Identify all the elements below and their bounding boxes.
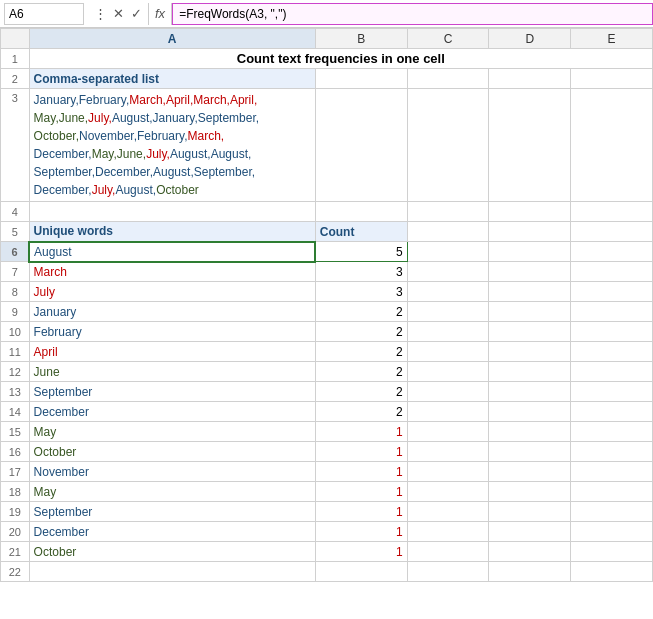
cell-10b: 2 [315, 322, 407, 342]
cell-11e [571, 342, 653, 362]
row-num-20: 20 [1, 522, 30, 542]
cell-20c [407, 522, 489, 542]
cell-18c [407, 482, 489, 502]
table-row: 8 July 3 [1, 282, 653, 302]
cell-11a[interactable]: April [29, 342, 315, 362]
cell-12e [571, 362, 653, 382]
table-row: 10 February 2 [1, 322, 653, 342]
cell-6b[interactable]: 5 [315, 242, 407, 262]
cell-22a [29, 562, 315, 582]
cell-9a[interactable]: January [29, 302, 315, 322]
cell-11c [407, 342, 489, 362]
formula-input[interactable] [172, 3, 653, 25]
table-row: 7 March 3 [1, 262, 653, 282]
cell-8c [407, 282, 489, 302]
row-num-15: 15 [1, 422, 30, 442]
cell-15a[interactable]: May [29, 422, 315, 442]
cell-13a[interactable]: September [29, 382, 315, 402]
col-header-b[interactable]: B [315, 29, 407, 49]
formula-bar: A6 ⋮ ✕ ✓ fx [0, 0, 653, 28]
cell-5c [407, 222, 489, 242]
row-num-22: 22 [1, 562, 30, 582]
cell-17d [489, 462, 571, 482]
row-num-3: 3 [1, 89, 30, 202]
cell-4d [489, 202, 571, 222]
table-row: 13 September 2 [1, 382, 653, 402]
row-num-21: 21 [1, 542, 30, 562]
cell-18b: 1 [315, 482, 407, 502]
cell-22e [571, 562, 653, 582]
col-header-e[interactable]: E [571, 29, 653, 49]
table-row: 22 [1, 562, 653, 582]
table-row: 14 December 2 [1, 402, 653, 422]
count-header: Count [315, 222, 407, 242]
cell-2c [407, 69, 489, 89]
cell-12b: 2 [315, 362, 407, 382]
cancel-icon[interactable]: ✕ [110, 6, 126, 21]
cell-6a[interactable]: August [29, 242, 315, 262]
cell-5e [571, 222, 653, 242]
cell-4c [407, 202, 489, 222]
cell-12a[interactable]: June [29, 362, 315, 382]
row-num-19: 19 [1, 502, 30, 522]
cell-21a[interactable]: October [29, 542, 315, 562]
title-cell: Count text frequencies in one cell [29, 49, 652, 69]
cell-20a[interactable]: December [29, 522, 315, 542]
cell-4e [571, 202, 653, 222]
cell-8d [489, 282, 571, 302]
cell-reference-box[interactable]: A6 [4, 3, 84, 25]
table-row: 3 January,February,March,April,March,Apr… [1, 89, 653, 202]
cell-13e [571, 382, 653, 402]
table-row: 12 June 2 [1, 362, 653, 382]
cell-3e [571, 89, 653, 202]
cell-19a[interactable]: September [29, 502, 315, 522]
cell-20b: 1 [315, 522, 407, 542]
row-num-13: 13 [1, 382, 30, 402]
cell-12d [489, 362, 571, 382]
corner-cell [1, 29, 30, 49]
row-num-9: 9 [1, 302, 30, 322]
cell-8a[interactable]: July [29, 282, 315, 302]
cell-10e [571, 322, 653, 342]
cell-14a[interactable]: December [29, 402, 315, 422]
spreadsheet-app: A6 ⋮ ✕ ✓ fx A B C D E [0, 0, 653, 619]
table-row: 11 April 2 [1, 342, 653, 362]
row-num-1: 1 [1, 49, 30, 69]
cell-21b: 1 [315, 542, 407, 562]
confirm-icon[interactable]: ✓ [128, 6, 144, 21]
table-row: 20 December 1 [1, 522, 653, 542]
row-num-12: 12 [1, 362, 30, 382]
cell-7b: 3 [315, 262, 407, 282]
cell-16b: 1 [315, 442, 407, 462]
cell-7a[interactable]: March [29, 262, 315, 282]
cell-17a[interactable]: November [29, 462, 315, 482]
cell-2b [315, 69, 407, 89]
multiline-data-cell[interactable]: January,February,March,April,March,April… [29, 89, 315, 202]
cell-10a[interactable]: February [29, 322, 315, 342]
col-header-a[interactable]: A [29, 29, 315, 49]
cell-8e [571, 282, 653, 302]
row-num-5: 5 [1, 222, 30, 242]
row-num-14: 14 [1, 402, 30, 422]
cell-19e [571, 502, 653, 522]
row-num-17: 17 [1, 462, 30, 482]
col-header-d[interactable]: D [489, 29, 571, 49]
expand-icon[interactable]: ⋮ [92, 6, 108, 21]
cell-20e [571, 522, 653, 542]
table-row: 1 Count text frequencies in one cell [1, 49, 653, 69]
cell-14d [489, 402, 571, 422]
cell-13d [489, 382, 571, 402]
cell-16d [489, 442, 571, 462]
cell-16a[interactable]: October [29, 442, 315, 462]
cell-7d [489, 262, 571, 282]
cell-15c [407, 422, 489, 442]
col-header-c[interactable]: C [407, 29, 489, 49]
cell-9b: 2 [315, 302, 407, 322]
cell-18a[interactable]: May [29, 482, 315, 502]
cell-21e [571, 542, 653, 562]
cell-7c [407, 262, 489, 282]
table-row: 4 [1, 202, 653, 222]
cell-4b [315, 202, 407, 222]
cell-6c [407, 242, 489, 262]
comma-list-header: Comma-separated list [29, 69, 315, 89]
